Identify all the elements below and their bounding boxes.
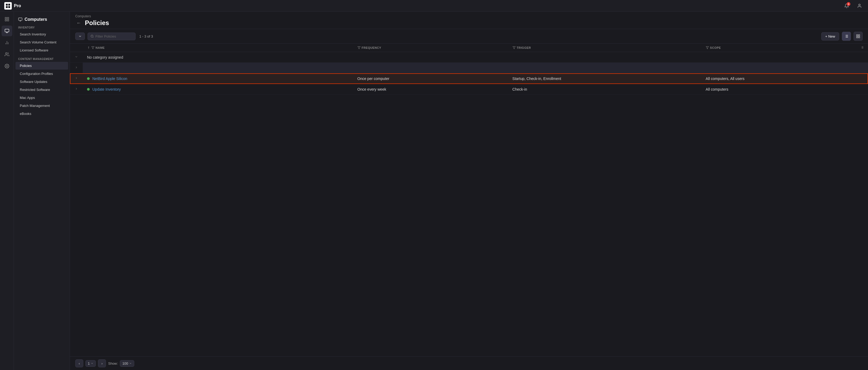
nav-computers-button[interactable] [2, 26, 12, 36]
sidebar-item-ebooks[interactable]: eBooks [16, 110, 68, 117]
search-icon [91, 34, 94, 38]
topbar: Pro 1 [0, 0, 868, 12]
filter-dropdown-button[interactable] [75, 33, 85, 40]
toolbar: 1 - 3 of 3 + New [70, 29, 868, 44]
grid-view-button[interactable] [854, 32, 863, 41]
svg-rect-3 [8, 6, 10, 8]
netbird-status-dot [87, 77, 90, 80]
record-count: 1 - 3 of 3 [139, 34, 153, 38]
content-area: Computers ← Policies 1 - 3 of 3 + New [70, 12, 868, 370]
update-inventory-frequency: Once every week [353, 84, 508, 95]
profile-button[interactable] [855, 2, 864, 10]
notification-badge: 1 [847, 2, 850, 6]
svg-point-4 [859, 4, 860, 6]
content-header: Computers ← Policies [70, 12, 868, 29]
nav-reports-button[interactable] [2, 37, 12, 48]
netbird-name-link[interactable]: NetBird Apple Silicon [92, 76, 127, 81]
svg-rect-8 [5, 20, 6, 21]
col-header-expand [70, 44, 83, 52]
svg-rect-25 [858, 35, 860, 36]
blank-row-expand-button[interactable] [74, 65, 79, 70]
sidebar-item-policies[interactable]: Policies [16, 62, 68, 70]
content-mgmt-section-label: Content Management [14, 55, 70, 62]
update-inventory-expand-button[interactable] [74, 87, 79, 92]
per-page-select[interactable]: 100 [120, 360, 134, 367]
app-logo: Pro [4, 2, 21, 10]
sort-icon-scope [706, 46, 709, 49]
sidebar-item-search-inventory[interactable]: Search Inventory [16, 30, 68, 38]
blank-row-cell [83, 63, 868, 73]
app-title: Pro [14, 3, 21, 8]
svg-point-16 [91, 35, 93, 37]
pagination-bar: ‹ 1 › Show: 100 [70, 357, 868, 370]
nav-settings-button[interactable] [2, 61, 12, 71]
new-button[interactable]: + New [821, 32, 839, 40]
col-header-actions [856, 44, 868, 52]
update-inventory-trigger: Check-in [508, 84, 702, 95]
sidebar-section-title: Computers [14, 15, 70, 23]
update-inventory-actions [856, 84, 868, 95]
show-label: Show: [108, 362, 118, 366]
page-number-select[interactable]: 1 [85, 360, 96, 367]
per-page-dropdown-icon [129, 362, 132, 365]
svg-rect-5 [5, 17, 6, 19]
page-dropdown-icon [91, 362, 93, 365]
sidebar-item-search-volume[interactable]: Search Volume Content [16, 38, 68, 46]
topbar-right: 1 [842, 2, 864, 10]
nav-users-button[interactable] [2, 49, 12, 60]
sidebar-item-software-updates[interactable]: Software Updates [16, 78, 68, 86]
sidebar-item-restricted-software[interactable]: Restricted Software [16, 86, 68, 94]
col-header-frequency[interactable]: FREQUENCY [353, 44, 508, 52]
col-header-trigger[interactable]: TRIGGER [508, 44, 702, 52]
svg-rect-1 [8, 4, 10, 6]
inventory-section-label: Inventory [14, 23, 70, 30]
svg-rect-9 [5, 29, 9, 32]
policy-row-update-inventory[interactable]: Update Inventory Once every week Check-i… [70, 84, 868, 95]
list-view-button[interactable] [842, 32, 851, 41]
sidebar-item-config-profiles[interactable]: Configuration Profiles [16, 70, 68, 77]
logo-icon [4, 2, 12, 10]
left-sidebar: Computers Inventory Search Inventory Sea… [14, 12, 70, 370]
svg-rect-7 [7, 20, 8, 21]
netbird-frequency: Once per computer [353, 73, 508, 84]
col-header-name[interactable]: NAME [83, 44, 353, 52]
update-inventory-name-link[interactable]: Update Inventory [92, 87, 121, 92]
netbird-trigger: Startup, Check-in, Enrollment [508, 73, 702, 84]
svg-rect-24 [857, 35, 858, 36]
sort-icon-name [87, 46, 90, 49]
svg-rect-26 [858, 36, 860, 38]
policies-table: NAME FREQUENCY [70, 44, 868, 95]
blank-policy-row [70, 63, 868, 73]
filter-icon-name [91, 46, 94, 49]
update-inventory-status-dot [87, 88, 90, 91]
next-page-button[interactable]: › [98, 359, 106, 367]
prev-page-button[interactable]: ‹ [75, 359, 83, 367]
filter-input[interactable] [95, 34, 133, 38]
netbird-scope: All computers, All users [702, 73, 856, 84]
back-button[interactable]: ← [75, 20, 82, 26]
category-label: No category assigned [83, 52, 868, 63]
policy-row-netbird[interactable]: NetBird Apple Silicon Once per computer … [70, 73, 868, 84]
svg-rect-27 [857, 36, 858, 38]
category-row: No category assigned [70, 52, 868, 63]
actions-icon [861, 46, 864, 49]
page-title-row: ← Policies [75, 19, 863, 27]
svg-rect-6 [7, 17, 8, 19]
sidebar-item-mac-apps[interactable]: Mac Apps [16, 94, 68, 102]
svg-rect-0 [6, 4, 8, 6]
svg-point-14 [6, 66, 7, 67]
main-layout: Computers Inventory Search Inventory Sea… [0, 12, 868, 370]
netbird-expand-button[interactable] [74, 76, 79, 81]
sort-icon-trigger [513, 46, 516, 49]
sidebar-computers-label: Computers [25, 17, 47, 22]
breadcrumb: Computers [75, 14, 863, 18]
category-expand-button[interactable] [74, 55, 79, 60]
filter-input-wrap [88, 33, 135, 40]
icon-sidebar [0, 12, 14, 370]
notifications-button[interactable]: 1 [842, 2, 851, 10]
col-header-scope[interactable]: SCOPE [702, 44, 856, 52]
svg-point-13 [5, 53, 7, 54]
sidebar-item-licensed-software[interactable]: Licensed Software [16, 46, 68, 54]
nav-dashboard-button[interactable] [2, 14, 12, 25]
sidebar-item-patch-management[interactable]: Patch Management [16, 102, 68, 109]
